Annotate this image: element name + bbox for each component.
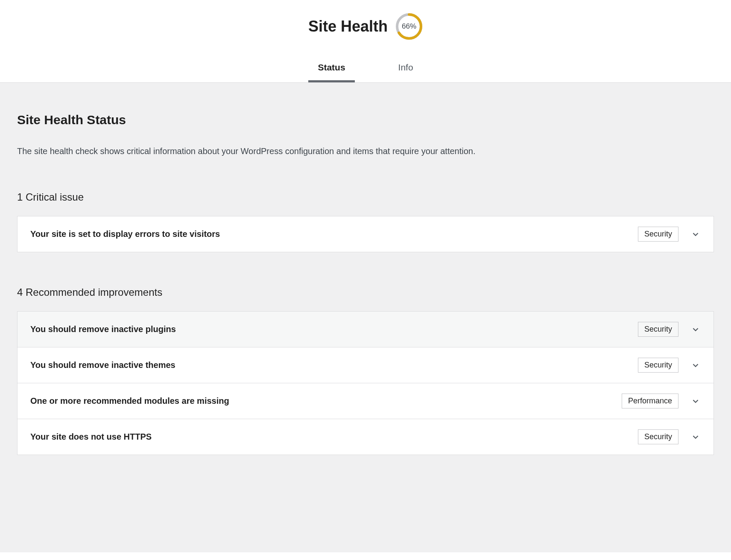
accordion-item-title: Your site is set to display errors to si… (30, 229, 220, 239)
critical-heading: 1 Critical issue (17, 191, 714, 203)
category-badge: Security (638, 358, 678, 373)
accordion-item-recommended-0[interactable]: You should remove inactive plugins Secur… (18, 312, 713, 347)
category-badge: Security (638, 322, 678, 337)
category-badge: Security (638, 227, 678, 242)
tab-info[interactable]: Info (389, 56, 423, 82)
title-row: Site Health 66% (0, 13, 731, 56)
header-section: Site Health 66% Status Info (0, 0, 731, 83)
accordion-item-right: Security (638, 429, 701, 444)
progress-percentage-label: 66% (402, 22, 416, 31)
accordion-item-recommended-3[interactable]: Your site does not use HTTPS Security (18, 419, 713, 455)
recommended-accordion: You should remove inactive plugins Secur… (17, 311, 714, 455)
accordion-item-title: Your site does not use HTTPS (30, 432, 152, 442)
critical-accordion: Your site is set to display errors to si… (17, 216, 714, 252)
accordion-item-right: Security (638, 322, 701, 337)
accordion-item-title: You should remove inactive plugins (30, 324, 176, 334)
category-badge: Security (638, 429, 678, 444)
recommended-heading: 4 Recommended improvements (17, 286, 714, 298)
accordion-item-recommended-1[interactable]: You should remove inactive themes Securi… (18, 347, 713, 383)
tabs: Status Info (0, 56, 731, 82)
accordion-item-title: You should remove inactive themes (30, 360, 175, 370)
status-heading: Site Health Status (17, 113, 714, 127)
chevron-down-icon (690, 432, 701, 442)
accordion-item-title: One or more recommended modules are miss… (30, 396, 229, 406)
category-badge: Performance (622, 394, 678, 408)
chevron-down-icon (690, 360, 701, 370)
chevron-down-icon (690, 324, 701, 335)
accordion-item-critical-0[interactable]: Your site is set to display errors to si… (18, 216, 713, 252)
content-area: Site Health Status The site health check… (0, 83, 731, 552)
status-intro: The site health check shows critical inf… (17, 145, 714, 157)
chevron-down-icon (690, 229, 701, 239)
accordion-item-right: Security (638, 227, 701, 242)
tab-status[interactable]: Status (308, 56, 354, 82)
page-title: Site Health (308, 18, 388, 35)
health-progress-ring: 66% (395, 13, 423, 40)
chevron-down-icon (690, 396, 701, 406)
accordion-item-recommended-2[interactable]: One or more recommended modules are miss… (18, 383, 713, 419)
accordion-item-right: Security (638, 358, 701, 373)
accordion-item-right: Performance (622, 394, 701, 408)
